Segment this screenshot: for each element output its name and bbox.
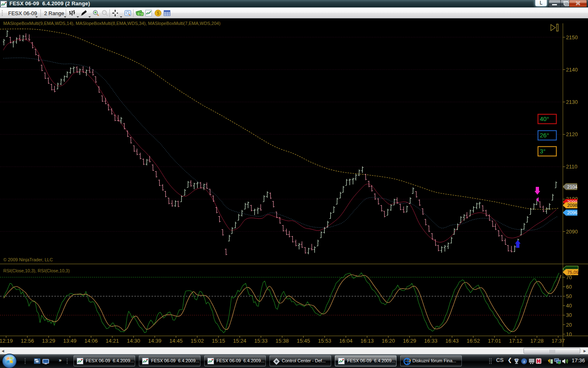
svg-text:16:33: 16:33	[424, 338, 438, 344]
svg-text:2130: 2130	[566, 99, 578, 105]
svg-text:13:29: 13:29	[42, 338, 56, 344]
svg-text:16:13: 16:13	[361, 338, 374, 344]
svg-text:17:28: 17:28	[530, 338, 544, 344]
svg-text:17:37: 17:37	[552, 338, 565, 344]
svg-text:15:15: 15:15	[212, 338, 225, 344]
svg-text:20: 20	[566, 322, 572, 328]
svg-text:16:43: 16:43	[445, 338, 459, 344]
svg-text:14:06: 14:06	[85, 338, 98, 344]
svg-text:26°: 26°	[540, 132, 549, 139]
svg-text:17:12: 17:12	[509, 338, 523, 344]
svg-text:© 2009 NinjaTrader, LLC: © 2009 NinjaTrader, LLC	[3, 257, 53, 262]
svg-text:15:33: 15:33	[254, 338, 268, 344]
svg-text:2150: 2150	[566, 34, 578, 40]
svg-text:16:20: 16:20	[382, 338, 395, 344]
svg-text:16:04: 16:04	[339, 338, 353, 344]
svg-text:2140: 2140	[566, 67, 578, 73]
svg-text:12:56: 12:56	[21, 338, 34, 344]
svg-text:a: a	[523, 359, 525, 364]
svg-text:14:21: 14:21	[106, 338, 119, 344]
svg-text:50: 50	[566, 293, 572, 299]
svg-text:30: 30	[566, 312, 572, 318]
svg-text:15:02: 15:02	[191, 338, 204, 344]
svg-text:14:30: 14:30	[127, 338, 140, 344]
svg-text:2098: 2098	[567, 203, 577, 208]
svg-text:40: 40	[566, 303, 572, 309]
svg-text:15:45: 15:45	[297, 338, 310, 344]
svg-text:RSI(Close,10,3), RSI(Close,10,: RSI(Close,10,3), RSI(Close,10,3)	[3, 268, 70, 273]
svg-text:2090: 2090	[566, 229, 578, 235]
svg-text:2110: 2110	[566, 164, 577, 170]
svg-text:16:29: 16:29	[403, 338, 416, 344]
svg-text:14:45: 14:45	[169, 338, 183, 344]
svg-text:12:19: 12:19	[0, 338, 13, 344]
svg-text:15:24: 15:24	[233, 338, 247, 344]
svg-text:2120: 2120	[566, 131, 578, 137]
svg-text:2096: 2096	[567, 210, 577, 215]
svg-text:$: $	[157, 11, 159, 16]
svg-text:40°: 40°	[540, 115, 549, 122]
svg-text:15:53: 15:53	[318, 338, 332, 344]
svg-text:16:52: 16:52	[467, 338, 480, 344]
svg-text:2104: 2104	[567, 184, 577, 189]
svg-text:15:38: 15:38	[276, 338, 289, 344]
svg-text:13:49: 13:49	[63, 338, 77, 344]
svg-text:14:39: 14:39	[148, 338, 162, 344]
svg-text:MASlopeBoxMulti(9,EMA,WDS,14),: MASlopeBoxMulti(9,EMA,WDS,14), MASlopeBo…	[3, 21, 220, 26]
svg-text:75,09: 75,09	[567, 270, 579, 275]
svg-text:3°: 3°	[540, 148, 546, 155]
svg-text:17:01: 17:01	[488, 338, 501, 344]
svg-text:10: 10	[566, 331, 572, 337]
svg-text:60: 60	[566, 284, 572, 290]
